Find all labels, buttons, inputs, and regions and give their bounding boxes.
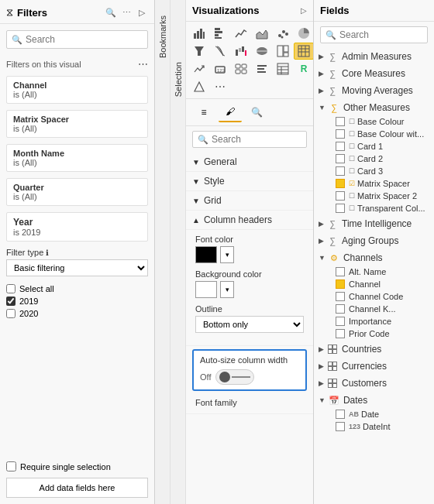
filters-search-input[interactable] bbox=[26, 34, 143, 45]
font-color-swatch[interactable] bbox=[195, 246, 217, 263]
field-group-header-customers[interactable]: ▶ Customers bbox=[314, 375, 434, 391]
field-item-card1[interactable]: ☐ Card 1 bbox=[314, 140, 434, 153]
field-item-card3[interactable]: ☐ Card 3 bbox=[314, 165, 434, 177]
field-label-channel: Channel bbox=[349, 279, 381, 289]
viz-tab-format[interactable]: 🖌 bbox=[219, 102, 242, 122]
field-item-matrix-spacer[interactable]: ☑ Matrix Spacer bbox=[314, 177, 434, 190]
require-single-checkbox[interactable] bbox=[6, 461, 16, 471]
viz-icon-pie[interactable] bbox=[294, 25, 313, 42]
viz-expand-icon[interactable]: ▷ bbox=[301, 6, 307, 15]
viz-icon-card[interactable]: 123 bbox=[210, 60, 230, 77]
fields-search-box[interactable]: 🔍 bbox=[320, 26, 428, 43]
field-item-importance[interactable]: Importance bbox=[314, 315, 434, 327]
viz-icon-waterfall[interactable] bbox=[231, 43, 251, 60]
viz-section-style[interactable]: ▼ Style bbox=[186, 172, 313, 191]
field-group-header-dates[interactable]: ▼ 📅 Dates bbox=[314, 393, 434, 408]
checkbox-select-all-input[interactable] bbox=[6, 284, 16, 293]
selection-tab-label[interactable]: Selection bbox=[174, 62, 183, 97]
filters-more-icon[interactable]: ⋯ bbox=[120, 6, 133, 19]
field-item-alt-name[interactable]: Alt. Name bbox=[314, 266, 434, 278]
viz-icon-scatter[interactable] bbox=[273, 25, 293, 42]
selection-tab[interactable]: Selection bbox=[170, 0, 186, 504]
field-group-header-other-measures[interactable]: ▼ ∑ Other Measures bbox=[314, 100, 434, 115]
field-label-card1: Card 1 bbox=[357, 142, 383, 151]
checkbox-2019[interactable]: 2019 bbox=[6, 295, 148, 307]
field-group-admin-measures: ▶ ∑ Admin Measures bbox=[314, 48, 434, 65]
filter-type-dropdown[interactable]: Basic filtering Advanced filtering Top N bbox=[6, 259, 148, 276]
field-item-channel-code[interactable]: Channel Code bbox=[314, 290, 434, 303]
outline-dropdown[interactable]: Bottom only None Top only Left only Righ… bbox=[195, 316, 304, 333]
viz-search-input[interactable] bbox=[212, 134, 313, 145]
viz-icon-slicer[interactable] bbox=[252, 60, 272, 77]
bg-color-dropdown[interactable]: ▾ bbox=[220, 281, 234, 298]
viz-icon-r[interactable]: R bbox=[294, 60, 313, 77]
viz-icon-area[interactable] bbox=[252, 25, 272, 42]
field-group-header-countries[interactable]: ▶ Countries bbox=[314, 341, 434, 357]
viz-tab-analytics[interactable]: 🔍 bbox=[245, 102, 268, 122]
filters-expand-icon[interactable]: ▷ bbox=[136, 6, 148, 19]
field-item-prior-code[interactable]: Prior Code bbox=[314, 327, 434, 340]
field-group-header-core-measures[interactable]: ▶ ∑ Core Measures bbox=[314, 66, 434, 81]
field-item-matrix-spacer2[interactable]: ☐ Matrix Spacer 2 bbox=[314, 190, 434, 202]
add-data-button[interactable]: Add data fields here bbox=[6, 478, 148, 498]
viz-section-column-headers[interactable]: ▲ Column headers bbox=[186, 211, 313, 230]
fields-title: Fields bbox=[320, 5, 428, 16]
filters-search-box[interactable]: 🔍 bbox=[6, 30, 148, 49]
viz-section-general[interactable]: ▼ General bbox=[186, 153, 313, 172]
viz-icon-funnel[interactable] bbox=[189, 43, 209, 60]
filters-more-icon2[interactable]: ⋯ bbox=[138, 58, 148, 70]
field-item-channel[interactable]: Channel bbox=[314, 278, 434, 290]
viz-icon-multirow[interactable] bbox=[231, 60, 251, 77]
viz-icon-more[interactable]: ⋯ bbox=[210, 78, 230, 95]
fields-search-input[interactable] bbox=[339, 29, 434, 40]
field-icon-transparent-col: ☐ bbox=[349, 204, 355, 212]
filter-item-year[interactable]: Year is 2019 bbox=[6, 212, 148, 242]
checkbox-2020[interactable]: 2020 bbox=[6, 307, 148, 320]
checkbox-2020-input[interactable] bbox=[6, 309, 16, 318]
field-item-base-colour[interactable]: ☐ Base Colour bbox=[314, 115, 434, 128]
viz-icon-shape[interactable] bbox=[189, 78, 209, 95]
field-item-dateint[interactable]: 123 DateInt bbox=[314, 420, 434, 433]
svg-rect-23 bbox=[284, 53, 288, 57]
viz-icon-table[interactable] bbox=[273, 60, 293, 77]
viz-icon-line[interactable] bbox=[231, 25, 251, 42]
field-group-header-aging-groups[interactable]: ▶ ∑ Aging Groups bbox=[314, 233, 434, 249]
search-icon: 🔍 bbox=[12, 35, 22, 45]
countries-chevron: ▶ bbox=[319, 345, 324, 353]
field-checkbox-matrix-spacer2 bbox=[336, 191, 345, 201]
field-group-header-time-intelligence[interactable]: ▶ ∑ Time Intelligence bbox=[314, 216, 434, 231]
font-color-dropdown[interactable]: ▾ bbox=[220, 246, 234, 263]
viz-icon-map[interactable] bbox=[252, 43, 272, 60]
viz-icon-ribbon[interactable] bbox=[210, 43, 230, 60]
field-item-base-colour-wit[interactable]: ☐ Base Colour wit... bbox=[314, 128, 434, 140]
viz-search-box[interactable]: 🔍 bbox=[192, 131, 307, 148]
checkbox-select-all[interactable]: Select all bbox=[6, 283, 148, 295]
field-item-channel-k[interactable]: Channel K... bbox=[314, 303, 434, 315]
toggle-switch[interactable] bbox=[215, 369, 254, 385]
viz-icon-treemap[interactable] bbox=[273, 43, 293, 60]
field-group-header-admin-measures[interactable]: ▶ ∑ Admin Measures bbox=[314, 49, 434, 64]
viz-icon-kpi[interactable] bbox=[189, 60, 209, 77]
field-group-header-moving-averages[interactable]: ▶ ∑ Moving Averages bbox=[314, 83, 434, 98]
field-item-transparent-col[interactable]: ☐ Transparent Col... bbox=[314, 202, 434, 214]
field-group-header-currencies[interactable]: ▶ Currencies bbox=[314, 358, 434, 374]
bookmarks-tab[interactable]: Bookmarks bbox=[155, 0, 170, 504]
viz-icon-matrix[interactable] bbox=[294, 43, 313, 60]
filter-matrix-title: Matrix Spacer bbox=[13, 115, 141, 124]
filter-item-month[interactable]: Month Name is (All) bbox=[6, 144, 148, 172]
sigma-icon-moving: ∑ bbox=[326, 84, 339, 97]
viz-icon-bar[interactable] bbox=[189, 25, 209, 42]
bookmarks-tab-label[interactable]: Bookmarks bbox=[158, 15, 167, 58]
viz-tab-fields[interactable]: ≡ bbox=[192, 102, 215, 122]
filter-item-matrix-spacer[interactable]: Matrix Spacer is (All) bbox=[6, 110, 148, 138]
field-item-card2[interactable]: ☐ Card 2 bbox=[314, 153, 434, 165]
viz-icon-bar2[interactable] bbox=[210, 25, 230, 42]
checkbox-2019-input[interactable] bbox=[6, 297, 16, 306]
viz-section-grid[interactable]: ▼ Grid bbox=[186, 191, 313, 211]
filters-search-icon[interactable]: 🔍 bbox=[105, 6, 117, 19]
filter-item-channel[interactable]: Channel is (All) bbox=[6, 76, 148, 104]
field-group-header-channels[interactable]: ▼ ⚙ Channels bbox=[314, 250, 434, 266]
bg-color-swatch[interactable] bbox=[195, 281, 217, 298]
filter-item-quarter[interactable]: Quarter is (All) bbox=[6, 178, 148, 206]
field-item-date[interactable]: AB Date bbox=[314, 408, 434, 420]
